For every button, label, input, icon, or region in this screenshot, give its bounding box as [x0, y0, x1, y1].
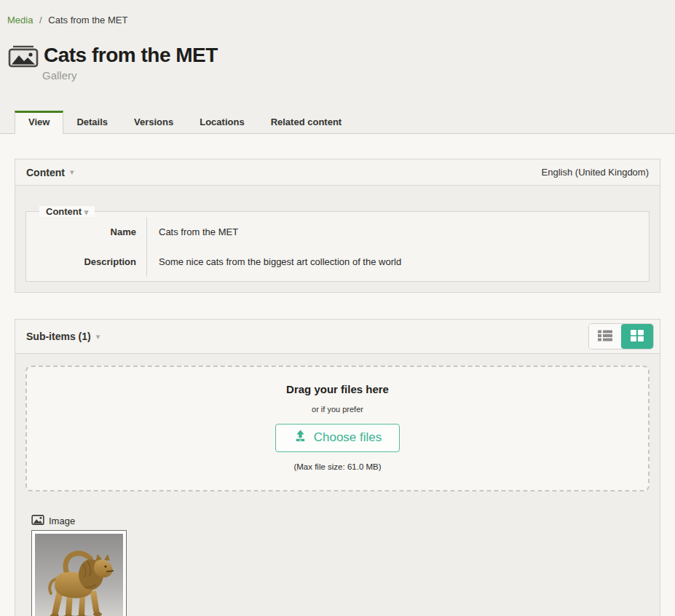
breadcrumb: Media / Cats from the MET — [0, 15, 675, 25]
field-label: Description — [26, 247, 146, 277]
tab-related-content[interactable]: Related content — [258, 111, 355, 133]
page-title: Cats from the MET — [44, 44, 218, 67]
field-value: Some nice cats from the biggest art coll… — [146, 247, 649, 277]
content-section-title: Content — [26, 167, 65, 178]
field-row-name: Name Cats from the MET — [26, 217, 649, 247]
view-mode-toggle — [588, 323, 654, 350]
field-row-description: Description Some nice cats from the bigg… — [26, 247, 649, 277]
subitems-section-header: Sub-items (1) ▾ — [15, 320, 660, 354]
subitem-type-label: Image — [49, 516, 75, 526]
choose-files-button[interactable]: Choose files — [275, 424, 400, 452]
image-icon — [31, 515, 44, 527]
caret-down-icon: ▾ — [84, 208, 89, 216]
fieldset-legend-label: Content — [46, 206, 82, 217]
grid-view-button[interactable] — [621, 324, 653, 349]
tab-locations[interactable]: Locations — [186, 111, 257, 133]
tab-view[interactable]: View — [15, 111, 63, 134]
tab-details[interactable]: Details — [63, 111, 121, 133]
content-fieldset: Content ▾ Name Cats from the MET Descrip… — [25, 206, 650, 282]
tab-bar: View Details Versions Locations Related … — [0, 111, 675, 134]
dropzone-heading: Drag your files here — [27, 383, 648, 395]
gallery-stack-icon — [7, 43, 39, 68]
list-view-icon — [597, 329, 613, 344]
subitems-section-title: Sub-items (1) — [26, 331, 91, 342]
golden-lion-thumbnail — [35, 534, 123, 616]
subitem-type-label-row: Image — [31, 515, 650, 527]
field-label: Name — [26, 217, 146, 247]
breadcrumb-separator: / — [39, 15, 42, 25]
breadcrumb-current: Cats from the MET — [48, 15, 127, 25]
content-section-header: Content ▾ English (United Kingdom) — [15, 159, 660, 186]
subitems-section: Sub-items (1) ▾ — [15, 319, 660, 616]
subitem-thumbnail-card[interactable] — [31, 530, 127, 616]
fieldset-legend-toggle[interactable]: Content ▾ — [39, 206, 95, 217]
content-section: Content ▾ English (United Kingdom) Conte… — [15, 159, 660, 293]
grid-view-icon — [629, 329, 645, 344]
file-dropzone[interactable]: Drag your files here or if you prefer Ch… — [25, 366, 650, 491]
content-section-toggle[interactable]: Content ▾ — [26, 167, 74, 178]
subitems-section-body: Drag your files here or if you prefer Ch… — [15, 354, 660, 616]
content-section-body: Content ▾ Name Cats from the MET Descrip… — [15, 186, 660, 292]
field-value: Cats from the MET — [146, 217, 649, 247]
main-content: Content ▾ English (United Kingdom) Conte… — [0, 134, 675, 616]
content-type-label: Gallery — [42, 69, 675, 82]
tab-versions[interactable]: Versions — [121, 111, 186, 133]
max-file-size-note: (Max file size: 61.0 MB) — [27, 462, 648, 471]
upload-icon — [293, 429, 307, 446]
caret-down-icon: ▾ — [70, 168, 74, 176]
page-header: Media / Cats from the MET Cats from the … — [0, 0, 675, 134]
list-view-button[interactable] — [589, 324, 621, 349]
language-label: English (United Kingdom) — [542, 167, 649, 178]
choose-files-label: Choose files — [314, 430, 382, 445]
dropzone-subheading: or if you prefer — [27, 405, 648, 414]
caret-down-icon: ▾ — [96, 333, 100, 341]
subitems-section-toggle[interactable]: Sub-items (1) ▾ — [26, 331, 100, 342]
breadcrumb-link-media[interactable]: Media — [7, 15, 33, 25]
page-title-row: Cats from the MET — [0, 43, 675, 68]
